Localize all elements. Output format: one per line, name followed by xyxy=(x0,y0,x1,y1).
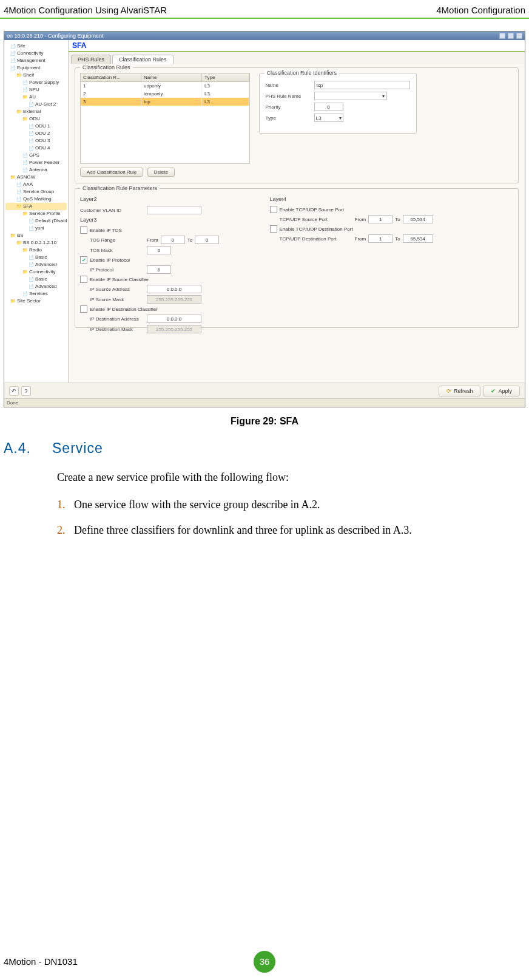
tos-mask-input[interactable]: 0 xyxy=(147,246,171,254)
tree-item[interactable]: QoS Marking xyxy=(5,196,67,203)
from-label-2: From xyxy=(355,217,366,222)
customer-vlan-input[interactable] xyxy=(147,206,201,214)
enable-ip-source-checkbox[interactable] xyxy=(80,276,87,283)
tree-item[interactable]: Services xyxy=(5,290,67,298)
tree-item[interactable]: BS 0.0.2.1.2.10 xyxy=(5,239,67,247)
tree-item[interactable]: Basic xyxy=(5,254,67,261)
tree-item[interactable]: ODU 3 xyxy=(5,137,67,145)
col-classification-r[interactable]: Classification R... xyxy=(81,73,141,81)
back-icon[interactable]: ↶ xyxy=(9,386,19,396)
page-header: 4Motion Configuration Using AlvariSTAR 4… xyxy=(0,0,529,19)
dest-port-from-input[interactable]: 1 xyxy=(368,234,393,243)
tree-item[interactable]: Default (Disabl xyxy=(5,217,67,225)
enable-tcpudp-source-port-label: Enable TCP/UDP Source Port xyxy=(280,207,344,213)
delete-button[interactable]: Delete xyxy=(147,168,175,177)
tree-item[interactable]: Advanced xyxy=(5,283,67,290)
col-type[interactable]: Type xyxy=(202,73,249,81)
tree-item[interactable]: Radio xyxy=(5,247,67,254)
tree-item[interactable]: ODU 2 xyxy=(5,130,67,137)
tree-item[interactable]: Site Sector xyxy=(5,298,67,305)
tree-item[interactable]: SFA xyxy=(5,203,67,210)
source-port-to-input[interactable]: 65,534 xyxy=(403,215,433,223)
tree-item[interactable]: Connectivity xyxy=(5,268,67,276)
type-combo[interactable]: L3▾ xyxy=(314,114,343,122)
tab-phs-rules[interactable]: PHS Rules xyxy=(71,55,111,64)
enable-ip-protocol-label: Enable IP Protocol xyxy=(90,257,130,263)
tree-item[interactable]: ODU 1 xyxy=(5,123,67,130)
tree-item[interactable]: NPU xyxy=(5,86,67,94)
tree-item[interactable]: AAA xyxy=(5,181,67,188)
ip-source-mask-input[interactable]: 255.255.255.255 xyxy=(147,295,201,304)
ip-protocol-label: IP Protocol xyxy=(80,267,147,273)
tree-item[interactable]: Service Profile xyxy=(5,210,67,217)
tree-item[interactable]: External xyxy=(5,108,67,115)
source-port-from-input[interactable]: 1 xyxy=(368,215,393,223)
add-classification-rule-button[interactable]: Add Classification Rule xyxy=(80,168,143,177)
enable-ip-protocol-checkbox[interactable]: ✔ xyxy=(80,256,87,264)
close-icon[interactable] xyxy=(516,33,522,39)
enable-tcpudp-source-port-checkbox[interactable] xyxy=(270,206,277,213)
ip-destination-address-input[interactable]: 0.0.0.0 xyxy=(147,315,201,323)
tos-to-input[interactable]: 0 xyxy=(195,236,219,244)
tree-item[interactable]: GPS xyxy=(5,152,67,159)
classification-rules-group: Classification Rules Classification R...… xyxy=(75,67,519,183)
classification-table[interactable]: Classification R... Name Type 1udponlyL3… xyxy=(80,73,250,164)
tree-item[interactable]: Site xyxy=(5,43,67,50)
tree-item[interactable]: ODU xyxy=(5,115,67,123)
col-name[interactable]: Name xyxy=(141,73,202,81)
enable-tcpudp-destination-port-label: Enable TCP/UDP Destination Port xyxy=(280,226,353,232)
priority-input[interactable]: 0 xyxy=(314,103,343,111)
intro-paragraph: Create a new service profile with the fo… xyxy=(57,469,512,486)
tree-item[interactable]: yoni xyxy=(5,225,67,232)
enable-tcpudp-destination-port-checkbox[interactable] xyxy=(270,225,277,233)
tos-mask-label: TOS Mask xyxy=(80,248,147,253)
enable-ip-source-label: Enable IP Source Classifier xyxy=(90,277,149,282)
enable-ip-tos-label: Enable IP TOS xyxy=(90,228,122,233)
tree-item[interactable]: Equipment xyxy=(5,64,67,72)
ip-source-address-input[interactable]: 0.0.0.0 xyxy=(147,285,201,293)
tcpudp-source-port-label: TCP/UDP Source Port xyxy=(270,217,355,222)
table-row[interactable]: 1udponlyL3 xyxy=(81,82,249,90)
tree-item[interactable]: BS xyxy=(5,232,67,239)
help-icon[interactable]: ? xyxy=(21,386,31,396)
tree-item[interactable]: AU-Slot 2 xyxy=(5,101,67,108)
tab-classification-rules[interactable]: Classification Rules xyxy=(112,55,174,64)
name-input[interactable]: tcp xyxy=(314,81,410,89)
nav-tree[interactable]: SiteConnectivityManagementEquipmentShelf… xyxy=(4,40,69,407)
phs-rule-combo[interactable]: ▾ xyxy=(314,92,387,100)
enable-ip-tos-checkbox[interactable] xyxy=(80,226,87,234)
minimize-icon[interactable] xyxy=(499,33,505,39)
tree-item[interactable]: Power Feeder xyxy=(5,159,67,166)
tos-from-input[interactable]: 0 xyxy=(161,236,185,244)
maximize-icon[interactable] xyxy=(508,33,514,39)
ip-destination-mask-input[interactable]: 255.255.255.255 xyxy=(147,325,201,333)
status-text: Done. xyxy=(7,400,19,406)
to-label-3: To xyxy=(395,236,400,242)
screenshot-figure: on 10.0.26.210 - Configuring Equipment S… xyxy=(4,31,525,407)
ip-protocol-input[interactable]: 6 xyxy=(147,265,171,274)
tree-item[interactable]: Advanced xyxy=(5,261,67,268)
tree-item[interactable]: Connectivity xyxy=(5,50,67,57)
tree-item[interactable]: Antenna xyxy=(5,166,67,174)
tree-item[interactable]: Management xyxy=(5,57,67,64)
identifiers-group: Classification Rule Identifiers Nametcp … xyxy=(259,73,417,134)
tree-item[interactable]: Service Group xyxy=(5,188,67,196)
content-header: SFA xyxy=(69,40,525,52)
sfa-heading: SFA xyxy=(72,41,86,50)
tree-item[interactable]: Basic xyxy=(5,276,67,283)
refresh-button[interactable]: ⟳Refresh xyxy=(439,386,481,396)
tree-item[interactable]: ODU 4 xyxy=(5,145,67,152)
dest-port-to-input[interactable]: 65,534 xyxy=(403,234,433,243)
tree-item[interactable]: AU xyxy=(5,94,67,101)
table-row[interactable]: 2icmponlyL3 xyxy=(81,90,249,98)
enable-ip-destination-checkbox[interactable] xyxy=(80,305,87,313)
window-controls xyxy=(499,33,522,39)
tree-item[interactable]: ASNGW xyxy=(5,174,67,181)
enable-ip-destination-label: Enable IP Destination Classifier xyxy=(90,307,158,312)
apply-button[interactable]: ✔Apply xyxy=(483,386,520,396)
tree-item[interactable]: Power Supply xyxy=(5,79,67,86)
table-row[interactable]: 3tcpL3 xyxy=(81,98,249,106)
tree-item[interactable]: Shelf xyxy=(5,72,67,79)
header-left: 4Motion Configuration Using AlvariSTAR xyxy=(4,5,167,15)
window-title-bar: on 10.0.26.210 - Configuring Equipment xyxy=(4,32,525,40)
